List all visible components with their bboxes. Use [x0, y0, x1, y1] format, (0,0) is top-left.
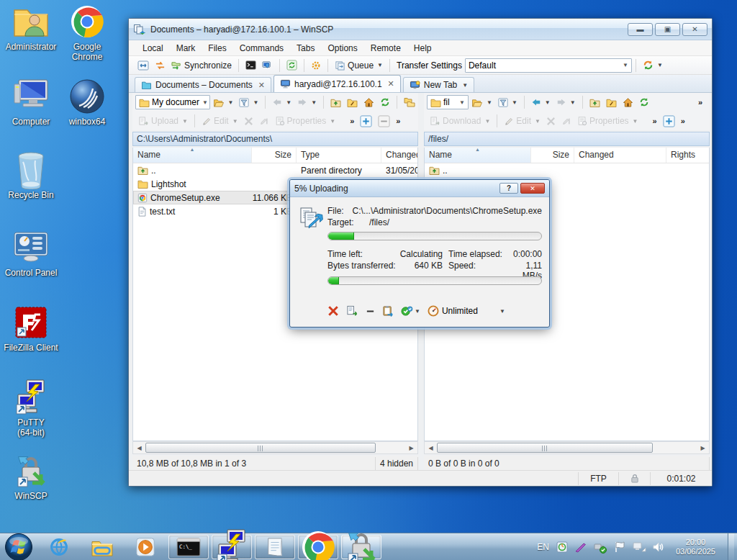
horizontal-scrollbar[interactable]: ◀▶ — [132, 441, 418, 454]
properties-button[interactable]: Properties▼ — [574, 114, 641, 127]
add-bookmark-button[interactable] — [660, 114, 678, 129]
forward-button[interactable]: ▼ — [553, 96, 579, 108]
rename-button[interactable] — [256, 115, 272, 127]
speed-limit-control[interactable]: Unlimited ▼ — [428, 305, 505, 317]
left-directory-combo[interactable]: My documer▼ — [135, 95, 210, 109]
desktop-icon-administrator[interactable]: Administrator — [3, 3, 59, 52]
open-directory-button[interactable]: ▼ — [469, 96, 495, 109]
horizontal-scrollbar[interactable]: ◀▶ — [424, 441, 710, 454]
tab-haryadi-172-16-100-1[interactable]: haryadi@172.16.100.1✕ — [273, 75, 401, 92]
column-header-changed[interactable]: Changed — [381, 148, 418, 163]
desktop-icon-computer[interactable]: Computer — [3, 78, 59, 127]
filter-button[interactable]: ▼ — [495, 96, 520, 109]
filter-button[interactable]: ▼ — [236, 96, 261, 109]
parent-directory-button[interactable] — [327, 96, 344, 109]
cancel-transfer-icon[interactable] — [327, 305, 339, 317]
file-row[interactable]: ..Parent directory31/05/202 — [133, 163, 417, 177]
start-button[interactable] — [4, 533, 33, 560]
tab-documents-documents[interactable]: Documents – Documents✕ — [135, 77, 271, 92]
language-indicator[interactable]: EN — [537, 542, 549, 552]
toolbar-overflow-button[interactable]: » — [678, 115, 688, 127]
rename-button[interactable] — [559, 115, 574, 127]
taskbar-item-putty[interactable] — [212, 535, 252, 559]
scroll-left-arrow[interactable]: ◀ — [425, 442, 437, 453]
show-desktop-button[interactable] — [728, 533, 734, 560]
right-directory-combo[interactable]: fil▼ — [427, 95, 469, 109]
tray-pen-icon[interactable] — [574, 541, 587, 553]
tab-new-tab[interactable]: New Tab▼ — [403, 77, 474, 92]
delete-button[interactable] — [543, 115, 559, 127]
menu-tabs[interactable]: Tabs — [290, 41, 321, 55]
scroll-right-arrow[interactable]: ▶ — [405, 442, 417, 453]
open-directory-button[interactable]: ▼ — [210, 96, 237, 109]
menu-remote[interactable]: Remote — [364, 41, 407, 55]
scroll-left-arrow[interactable]: ◀ — [133, 442, 145, 453]
menu-options[interactable]: Options — [321, 41, 363, 55]
desktop-icon-putty-64-bit-[interactable]: PuTTY(64-bit) — [3, 379, 59, 438]
refresh-directory-button[interactable] — [636, 96, 652, 109]
toolbar-overflow-button[interactable]: » — [347, 115, 357, 127]
column-header-name[interactable]: ▲Name — [425, 148, 531, 163]
delete-button[interactable] — [241, 115, 256, 127]
taskbar-item-notepad[interactable] — [255, 535, 295, 559]
taskbar-item-cmd[interactable]: C:\_ — [168, 535, 209, 559]
add-bookmark-button[interactable] — [357, 114, 375, 129]
left-path-bar[interactable]: C:\Users\Administrator\Documents\ — [132, 132, 418, 146]
refresh-directory-button[interactable] — [377, 96, 393, 109]
tab-close-icon[interactable]: ✕ — [258, 81, 265, 90]
remove-bookmark-button[interactable] — [375, 114, 393, 129]
desktop-icon-google-chrome[interactable]: GoogleChrome — [59, 3, 115, 62]
menu-commands[interactable]: Commands — [233, 41, 290, 55]
transfer-ok-icon[interactable]: ▼ — [401, 305, 420, 317]
column-header-type[interactable]: Type — [297, 148, 381, 163]
home-directory-button[interactable] — [620, 96, 636, 109]
download-button[interactable]: Download▼ — [427, 114, 493, 127]
column-header-size[interactable]: Size — [252, 148, 297, 163]
desktop-icon-recycle-bin[interactable]: Recycle Bin — [3, 151, 59, 200]
menu-files[interactable]: Files — [202, 41, 232, 55]
synchronize-browsing-button[interactable] — [401, 96, 418, 109]
tray-usb-icon[interactable] — [593, 541, 607, 554]
column-header-size[interactable]: Size — [531, 148, 574, 163]
taskbar-item-chrome[interactable] — [298, 535, 338, 559]
back-button[interactable]: ▼ — [528, 96, 553, 108]
edit-button[interactable]: Edit▼ — [501, 114, 543, 127]
move-to-background-icon[interactable] — [346, 305, 358, 317]
dialog-close-button[interactable]: ✕ — [520, 183, 545, 194]
dialog-titlebar[interactable]: 5% Uploading ? ✕ — [290, 180, 549, 197]
file-row[interactable]: .. — [425, 163, 709, 177]
home-directory-button[interactable] — [361, 96, 377, 109]
desktop-icon-control-panel[interactable]: Control Panel — [3, 229, 59, 278]
taskbar-item-wmp[interactable] — [125, 535, 166, 559]
scrollbar-thumb[interactable] — [145, 443, 376, 453]
tray-network-icon[interactable] — [632, 541, 646, 553]
taskbar-clock[interactable]: 20:00 03/06/2025 — [670, 538, 721, 556]
menu-mark[interactable]: Mark — [170, 41, 202, 55]
window-titlebar[interactable]: Documents – haryadi@172.16.100.1 – WinSC… — [129, 19, 712, 40]
taskbar-item-winscp-lock[interactable] — [341, 535, 381, 559]
toolbar-overflow-button[interactable]: » — [393, 115, 403, 127]
close-button[interactable]: ✕ — [682, 23, 707, 36]
transfer-mode-button[interactable]: ▼ — [640, 58, 666, 72]
edit-button[interactable]: Edit▼ — [199, 114, 241, 127]
minimize-button[interactable]: ▬ — [628, 23, 653, 36]
compare-directories-button[interactable] — [152, 59, 168, 72]
open-terminal-button[interactable] — [243, 59, 259, 71]
minimize-dialog-icon[interactable] — [366, 307, 375, 316]
queue-button[interactable]: Queue▼ — [332, 59, 386, 72]
synchronize-button[interactable]: Synchronize — [168, 59, 235, 72]
desktop[interactable]: AdministratorGoogleChromeComputerwinbox6… — [0, 0, 737, 560]
transfer-settings-combo[interactable]: Default▼ — [465, 58, 632, 73]
desktop-icon-winbox64[interactable]: winbox64 — [59, 78, 115, 127]
menu-help[interactable]: Help — [407, 41, 438, 55]
scroll-right-arrow[interactable]: ▶ — [697, 442, 709, 453]
back-button[interactable]: ▼ — [269, 96, 294, 108]
parent-directory-button[interactable] — [587, 96, 603, 109]
desktop-icon-filezilla-client[interactable]: FileZilla Client — [3, 304, 59, 353]
menu-local[interactable]: Local — [136, 41, 170, 55]
taskbar-item-explorer[interactable] — [82, 535, 122, 559]
taskbar-item-ie[interactable] — [39, 535, 79, 559]
dialog-help-button[interactable]: ? — [499, 183, 518, 194]
desktop-icon-winscp[interactable]: WinSCP — [3, 452, 59, 501]
tab-close-icon[interactable]: ✕ — [388, 79, 394, 89]
